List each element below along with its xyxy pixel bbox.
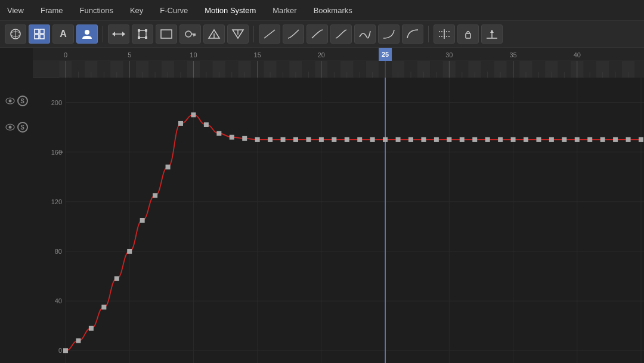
timeline-ruler[interactable]: 051015202530354025 [33,48,644,78]
keyframe-dot[interactable] [434,137,439,142]
track1-icons[interactable]: S [5,96,28,106]
keyframe-dot[interactable] [600,137,605,142]
ruler-svg: 051015202530354025 [33,48,644,78]
left-sidebar: S S [0,48,33,363]
keyframe-dot[interactable] [396,137,401,142]
keyframe-dot[interactable] [370,137,375,142]
track1-s-icon[interactable]: S [17,96,28,106]
ease-in-btn[interactable] [283,24,304,44]
menu-functions[interactable]: Functions [78,5,116,16]
keyframe-dot[interactable] [562,137,566,142]
menu-view[interactable]: View [5,5,26,16]
keyframe-dot[interactable] [293,137,298,142]
svg-rect-14 [138,36,140,39]
keyframe-dot[interactable] [140,218,145,223]
keyframe-dot[interactable] [255,137,260,142]
menu-bookmarks[interactable]: Bookmarks [311,5,355,16]
menu-fcurve[interactable]: F-Curve [157,5,190,16]
smooth-btn[interactable] [354,24,376,44]
snap-btn[interactable] [434,24,455,44]
keyframe-dot[interactable] [306,137,311,142]
graph-area[interactable]: 051015202530354025 04080120160200 [33,48,644,363]
keyframe-dot[interactable] [421,137,426,142]
track2-eye-icon[interactable] [5,124,15,131]
menu-key[interactable]: Key [128,5,145,16]
scale-btn[interactable] [481,24,503,44]
keyframe-dot[interactable] [357,137,362,142]
keyframe-dot[interactable] [485,137,490,142]
keyframe-dot[interactable] [613,137,618,142]
keyframe-dot[interactable] [498,137,503,142]
svg-text:0: 0 [58,347,62,354]
keyframe-dot[interactable] [332,137,336,142]
keyframe-dot[interactable] [153,193,157,198]
keyframe-dot[interactable] [281,137,286,142]
toolbar: A [0,21,644,48]
rect-btn[interactable] [156,24,177,44]
track2-s-icon[interactable]: S [17,122,28,133]
lock-scale-btn[interactable] [457,24,479,44]
ease-out-btn[interactable] [306,24,328,44]
keyframe-dot[interactable] [76,339,80,343]
keyframe-dot[interactable] [345,137,349,142]
keyframe-dot[interactable] [575,137,580,142]
svg-text:80: 80 [55,248,62,255]
sphere-btn[interactable] [5,24,26,44]
svg-text:120: 120 [51,198,62,205]
layout-btn[interactable] [29,24,50,44]
keyframe-dot[interactable] [89,326,94,331]
keyframe-dot[interactable] [524,137,528,142]
animation-curve [66,115,641,350]
move-btn[interactable] [108,24,129,44]
fast-in-btn[interactable] [378,24,400,44]
ease-both-btn[interactable] [330,24,352,44]
menu-marker[interactable]: Marker [270,5,299,16]
keyframe-dot[interactable] [549,137,554,142]
key-btn[interactable] [179,24,201,44]
keyframe-dot[interactable] [127,249,132,254]
keyframe-dot[interactable] [447,137,451,142]
keyframe-dot[interactable] [114,276,119,281]
keyframe-dot[interactable] [319,137,324,142]
menu-motion-system[interactable]: Motion System [202,5,258,16]
keyframe-dot[interactable] [204,122,209,127]
menu-frame[interactable]: Frame [38,5,66,16]
svg-text:30: 30 [445,51,453,59]
keyframe-dot[interactable] [472,137,477,142]
tri-up-btn[interactable] [203,24,225,44]
keyframe-dot[interactable] [191,112,196,117]
keyframe-dot[interactable] [511,137,516,142]
main-area: S S 051015202530354025 04080120160200 [0,48,644,363]
linear-btn[interactable] [259,24,280,44]
keyframe-dot[interactable] [230,135,234,140]
keyframe-dot[interactable] [383,137,388,142]
keyframe-dot[interactable] [268,137,273,142]
keyframe-dot[interactable] [536,137,541,142]
graph-canvas[interactable]: 04080120160200 [33,78,644,363]
sep2 [253,26,254,42]
tri-down-btn[interactable] [227,24,249,44]
track1-eye-icon[interactable] [5,97,15,104]
svg-text:20: 20 [318,51,325,59]
fast-out-btn[interactable] [402,24,423,44]
keyframe-dot[interactable] [626,137,631,142]
svg-text:200: 200 [51,99,62,106]
keyframe-dot[interactable] [460,137,465,142]
keyframe-dot[interactable] [216,131,221,136]
keyframe-dot[interactable] [178,121,183,126]
user-btn[interactable] [76,24,98,44]
keyframe-dot[interactable] [639,137,643,142]
svg-text:0: 0 [64,51,67,59]
svg-text:10: 10 [190,51,197,59]
keyframe-dot[interactable] [408,137,413,142]
svg-marker-9 [112,32,115,36]
svg-text:40: 40 [55,297,62,304]
text-btn[interactable]: A [52,24,74,44]
keyframe-dot[interactable] [63,348,68,353]
keyframe-dot[interactable] [242,136,247,141]
transform-btn[interactable] [132,24,153,44]
keyframe-dot[interactable] [166,165,171,170]
keyframe-dot[interactable] [101,304,106,309]
keyframe-dot[interactable] [587,137,592,142]
track2-icons[interactable]: S [5,122,28,133]
